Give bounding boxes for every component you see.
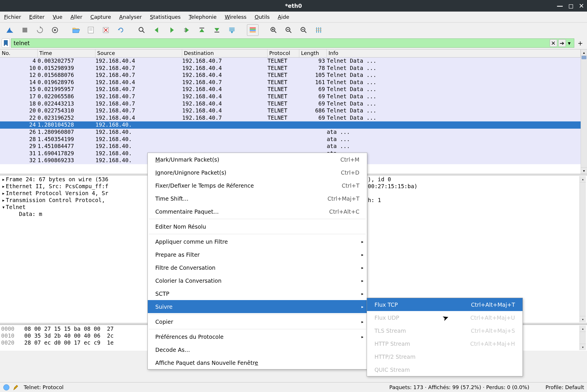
bytes-scrollbar[interactable]: ▴ ▾ xyxy=(579,326,586,350)
add-filter-button[interactable]: + xyxy=(575,40,585,47)
menu-item[interactable]: SCTP▸ xyxy=(148,287,367,300)
resize-columns-icon[interactable] xyxy=(313,24,324,36)
col-header-time[interactable]: Time xyxy=(38,49,95,57)
expert-info-icon[interactable] xyxy=(3,384,10,391)
menu-separator xyxy=(149,314,366,314)
menu-item: HTTP/2 Stream xyxy=(367,350,523,363)
scroll-up-icon[interactable]: ▴ xyxy=(580,326,586,332)
col-header-no[interactable]: No. xyxy=(0,49,38,57)
menu-editer[interactable]: Editer xyxy=(29,14,45,20)
window-title: *eth0 xyxy=(285,3,302,9)
scrollbar-thumb[interactable] xyxy=(582,56,586,59)
menu-wireless[interactable]: Wireless xyxy=(225,14,246,20)
scroll-down-icon[interactable]: ▾ xyxy=(581,167,587,174)
display-filter-input[interactable]: telnet ✕ ➔ ▾ xyxy=(11,38,574,48)
col-header-destination[interactable]: Destination xyxy=(182,49,267,57)
table-row[interactable]: 120.015688076192.168.40.7192.168.40.4TEL… xyxy=(0,72,581,79)
menu-vue[interactable]: Vue xyxy=(53,14,62,20)
reload-file-icon[interactable] xyxy=(115,24,127,36)
svg-rect-22 xyxy=(250,30,256,31)
find-packet-icon[interactable] xyxy=(136,24,147,36)
goto-first-icon[interactable] xyxy=(196,24,208,36)
packet-list-scrollbar[interactable]: ▴ ▾ xyxy=(581,49,587,174)
svg-rect-3 xyxy=(88,27,94,33)
window-minimize-button[interactable]: — xyxy=(557,2,563,10)
menu-aller[interactable]: Aller xyxy=(71,14,82,20)
scroll-down-icon[interactable]: ▾ xyxy=(580,344,586,350)
table-row[interactable]: 40.003202757192.168.40.4192.168.40.7TELN… xyxy=(0,58,581,65)
svg-line-32 xyxy=(304,31,306,33)
menu-item[interactable]: Fixer/Defixer le Temps de RéferenceCtrl+… xyxy=(148,179,367,192)
go-back-icon[interactable] xyxy=(151,24,163,36)
close-file-icon[interactable] xyxy=(100,24,112,36)
apply-filter-icon[interactable]: ➔ xyxy=(558,39,566,47)
col-header-source[interactable]: Source xyxy=(95,49,182,57)
menu-fichier[interactable]: Fichier xyxy=(4,14,21,20)
table-row[interactable]: 180.022443213192.168.40.7192.168.40.4TEL… xyxy=(0,100,581,108)
table-row[interactable]: 241.280104528192.168.40. xyxy=(0,121,581,129)
shark-fin-icon[interactable] xyxy=(4,24,16,36)
menu-telephonie[interactable]: Telephonie xyxy=(189,14,217,20)
open-file-icon[interactable] xyxy=(70,24,82,36)
menu-item[interactable]: Filtre de Conversation▸ xyxy=(148,261,367,274)
table-row[interactable]: 291.451084477192.168.40.ata ... xyxy=(0,143,581,150)
zoom-out-icon[interactable] xyxy=(283,24,294,36)
zoom-reset-icon[interactable] xyxy=(298,24,309,36)
restart-capture-icon[interactable] xyxy=(34,24,46,36)
stop-capture-icon[interactable] xyxy=(19,24,31,36)
packet-list-headers[interactable]: No. Time Source Destination Protocol Len… xyxy=(0,49,581,58)
statusbar: Telnet: Protocol Paquets: 173 · Affichés… xyxy=(0,382,587,392)
goto-last-icon[interactable] xyxy=(211,24,223,36)
colorize-icon[interactable] xyxy=(247,24,259,36)
window-maximize-button[interactable]: ◻ xyxy=(568,2,573,10)
table-row[interactable]: 170.022065586192.168.40.7192.168.40.4TEL… xyxy=(0,93,581,100)
bookmark-icon[interactable] xyxy=(2,38,10,48)
capture-options-icon[interactable] xyxy=(49,24,61,36)
clear-filter-icon[interactable]: ✕ xyxy=(550,39,557,47)
menu-item[interactable]: Copier▸ xyxy=(148,315,367,328)
status-profile[interactable]: Profile: Default xyxy=(545,384,584,390)
auto-scroll-icon[interactable] xyxy=(226,24,238,36)
menu-outils[interactable]: Outils xyxy=(255,14,270,20)
menu-aide[interactable]: Aide xyxy=(278,14,289,20)
scroll-up-icon[interactable]: ▴ xyxy=(581,49,587,56)
menu-item[interactable]: Affiche Paquet dans Nouvelle Fenêtre xyxy=(148,356,367,369)
scroll-down-icon[interactable]: ▾ xyxy=(580,316,586,322)
table-row[interactable]: 281.450354199192.168.40.ata ... xyxy=(0,136,581,143)
menu-item[interactable]: Suivre▸ xyxy=(148,300,367,313)
details-scrollbar[interactable]: ▴ ▾ xyxy=(579,176,586,322)
table-row[interactable]: 261.280960807192.168.40.ata ... xyxy=(0,129,581,136)
table-row[interactable]: 150.021995957192.168.40.7192.168.40.4TEL… xyxy=(0,86,581,93)
goto-packet-icon[interactable] xyxy=(181,24,193,36)
table-row[interactable]: 100.015298939192.168.40.7192.168.40.4TEL… xyxy=(0,65,581,72)
menu-item[interactable]: Mark/Unmark Packet(s)Ctrl+M xyxy=(148,153,367,166)
col-header-protocol[interactable]: Protocol xyxy=(267,49,299,57)
menubar: FichierEditerVueAllerCaptureAnalyserStat… xyxy=(0,12,587,23)
filter-dropdown-icon[interactable]: ▾ xyxy=(567,39,572,47)
col-header-length[interactable]: Length xyxy=(299,49,327,57)
menu-item[interactable]: Editer Nom Résolu xyxy=(148,220,367,233)
menu-statistiques[interactable]: Statistiques xyxy=(150,14,180,20)
table-row[interactable]: 200.022754310192.168.40.7192.168.40.4TEL… xyxy=(0,107,581,114)
edit-icon[interactable] xyxy=(13,384,20,391)
col-header-info[interactable]: Info xyxy=(327,49,581,57)
menu-item[interactable]: Time Shift…Ctrl+Maj+T xyxy=(148,192,367,205)
scroll-up-icon[interactable]: ▴ xyxy=(580,176,586,182)
table-row[interactable]: 220.023196252192.168.40.4192.168.40.7TEL… xyxy=(0,114,581,122)
menu-item[interactable]: Colorier la Conversation▸ xyxy=(148,274,367,287)
menu-item[interactable]: Ignore/Unignore Packet(s)Ctrl+D xyxy=(148,166,367,179)
menu-item[interactable]: Préférences du Protocole▸ xyxy=(148,330,367,343)
go-forward-icon[interactable] xyxy=(166,24,178,36)
menu-item[interactable]: Flux TCPCtrl+Alt+Maj+T xyxy=(367,298,523,311)
menu-item[interactable]: Decode As… xyxy=(148,343,367,356)
svg-line-11 xyxy=(142,31,144,33)
menu-item[interactable]: Appliquer comme un Filtre▸ xyxy=(148,235,367,248)
menu-item[interactable]: Prepare as Filter▸ xyxy=(148,248,367,261)
table-row[interactable]: 140.019628976192.168.40.4192.168.40.7TEL… xyxy=(0,79,581,86)
save-file-icon[interactable] xyxy=(85,24,97,36)
menu-item[interactable]: Commentaire Paquet…Ctrl+Alt+C xyxy=(148,205,367,218)
menu-analyser[interactable]: Analyser xyxy=(119,14,142,20)
window-close-button[interactable]: ✕ xyxy=(579,2,584,10)
menu-capture[interactable]: Capture xyxy=(91,14,111,20)
zoom-in-icon[interactable] xyxy=(268,24,279,36)
